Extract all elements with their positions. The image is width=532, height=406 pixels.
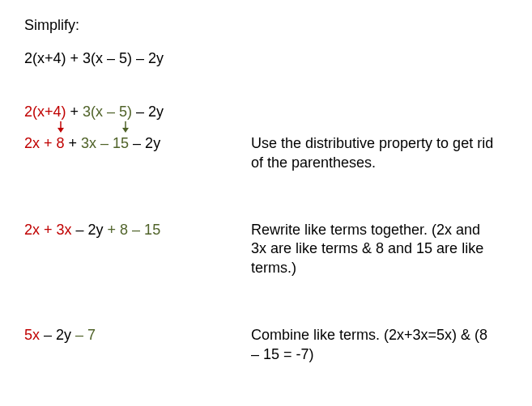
step1-expression: 2(x+4) + 3(x – 5) – 2y bbox=[24, 103, 508, 121]
step1b-row: 2x + 8 + 3x – 15 – 2y Use the distributi… bbox=[24, 134, 508, 172]
step2-mid: – 2y bbox=[72, 222, 108, 238]
step3-expression: 5x – 2y – 7 bbox=[24, 326, 251, 345]
problem-expression: 2(x+4) + 3(x – 5) – 2y bbox=[24, 49, 508, 68]
step3-red: 5x bbox=[24, 327, 40, 343]
step1b-plus: + bbox=[65, 135, 82, 151]
down-arrow-icon bbox=[121, 121, 130, 133]
step1-tail: – 2y bbox=[132, 104, 164, 120]
step3-description: Combine like terms. (2x+3x=5x) & (8 – 15… bbox=[251, 326, 508, 364]
step3-green: – 7 bbox=[75, 327, 96, 343]
step2-description: Rewrite like terms together. (2x and 3x … bbox=[251, 221, 508, 277]
step1b-green: 3x – 15 bbox=[81, 135, 129, 151]
svg-marker-1 bbox=[57, 128, 64, 133]
step1-part-green: 3(x – 5) bbox=[83, 104, 132, 120]
step2-red: 2x + 3x bbox=[24, 222, 72, 238]
step3-mid: – 2y bbox=[40, 327, 75, 343]
arrow-row bbox=[24, 121, 508, 134]
down-arrow-icon bbox=[57, 121, 65, 133]
step2-row: 2x + 3x – 2y + 8 – 15 Rewrite like terms… bbox=[24, 221, 508, 277]
svg-marker-3 bbox=[122, 128, 129, 133]
step1-part-red: 2(x+4) bbox=[24, 104, 66, 120]
step2-green: + 8 – 15 bbox=[108, 222, 161, 238]
step1b-expression: 2x + 8 + 3x – 15 – 2y bbox=[24, 134, 251, 153]
step2-expression: 2x + 3x – 2y + 8 – 15 bbox=[24, 221, 251, 239]
step1b-tail: – 2y bbox=[129, 135, 160, 151]
step3-row: 5x – 2y – 7 Combine like terms. (2x+3x=5… bbox=[24, 326, 508, 364]
step1-plus: + bbox=[66, 104, 83, 120]
step1-description: Use the distributive property to get rid… bbox=[251, 134, 508, 172]
step1b-red: 2x + 8 bbox=[24, 135, 65, 151]
worksheet: Simplify: 2(x+4) + 3(x – 5) – 2y 2(x+4) … bbox=[0, 0, 532, 380]
title: Simplify: bbox=[24, 16, 508, 35]
